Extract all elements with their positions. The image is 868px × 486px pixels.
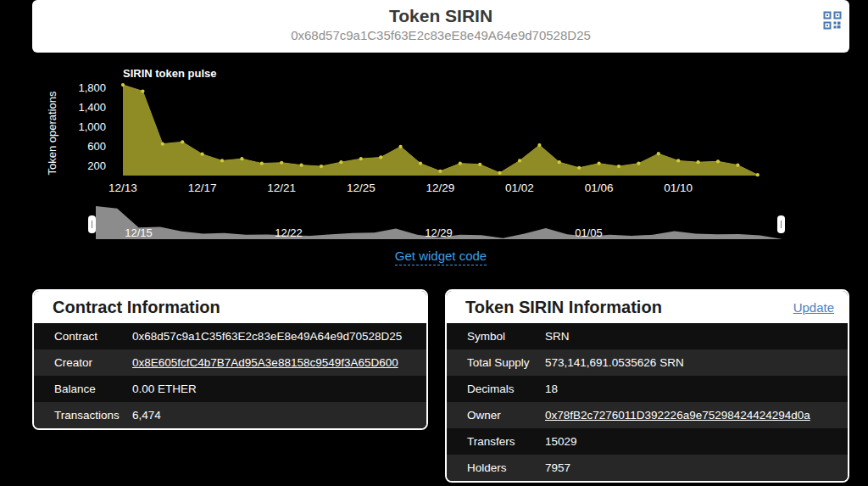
y-tick-label: 1,000 (78, 120, 106, 133)
data-point-marker (141, 89, 144, 92)
data-point-marker (498, 171, 502, 175)
token-page: Token SIRIN 0x68d57c9a1C35f63E2c83eE8e49… (0, 0, 868, 486)
row-label: Holders (467, 461, 545, 474)
navigator-right-handle[interactable] (777, 215, 785, 233)
contract-panel-header: Contract Information (34, 291, 426, 323)
data-point-marker (399, 145, 403, 148)
data-point-marker (478, 163, 481, 166)
row-value-link[interactable]: 0x8E605fcfC4b7B7Ad95A3e88158c9549f3A65D6… (132, 356, 398, 369)
table-row: Decimals18 (447, 376, 848, 402)
data-point-marker (240, 157, 243, 160)
table-row: Contract0x68d57c9a1C35f63E2c83eE8e49A64e… (34, 323, 426, 349)
data-point-marker (379, 155, 382, 159)
data-point-marker (419, 162, 422, 165)
x-tick-label: 01/06 (585, 182, 614, 194)
table-row: Balance0.00 ETHER (34, 376, 426, 402)
data-point-marker (637, 162, 640, 165)
token-information-panel: Token SIRIN Information Update SymbolSRN… (445, 289, 849, 483)
y-tick-label: 1,400 (78, 101, 106, 114)
x-tick-label: 01/02 (505, 182, 534, 194)
row-value-link[interactable]: 0x78fB2c7276011D392226a9e75298424424294d… (545, 409, 810, 422)
row-value: 0x68d57c9a1C35f63E2c83eE8e49A64e9d70528D… (132, 330, 402, 343)
data-point-marker (260, 162, 264, 165)
data-point-marker (697, 160, 700, 164)
data-point-marker (736, 164, 739, 167)
row-label: Decimals (467, 383, 545, 395)
y-tick-label: 200 (87, 159, 106, 172)
area-series[interactable] (123, 85, 758, 176)
navigator-tick-label: 12/15 (125, 226, 153, 239)
data-point-marker (459, 162, 462, 165)
data-point-marker (359, 157, 363, 160)
chart-title: SIRIN token pulse (123, 67, 217, 80)
row-value: 573,141,691.0535626 SRN (545, 356, 684, 369)
row-value: SRN (545, 330, 570, 343)
qr-code-icon[interactable] (823, 11, 842, 30)
contract-panel-rows: Contract0x68d57c9a1C35f63E2c83eE8e49A64e… (34, 323, 426, 428)
get-widget-code-link[interactable]: Get widget code (395, 249, 487, 265)
data-point-marker (280, 161, 283, 165)
x-tick-label: 12/13 (108, 182, 137, 194)
data-point-marker (438, 170, 442, 173)
y-tick-label: 600 (87, 140, 106, 153)
table-row: Total Supply573,141,691.0535626 SRN (447, 349, 848, 376)
table-row: Owner0x78fB2c7276011D392226a9e7529842442… (447, 402, 848, 428)
contract-address: 0x68d57c9a1C35f63E2c83eE8e49A64e9d70528D… (32, 28, 849, 42)
data-point-marker (121, 83, 125, 87)
x-tick-label: 12/21 (267, 182, 296, 194)
table-row: Creator0x8E605fcfC4b7B7Ad95A3e88158c9549… (34, 349, 426, 376)
row-label: Symbol (467, 330, 545, 343)
chart-navigator[interactable]: 12/1512/2212/2901/05 (42, 206, 788, 244)
token-panel-title: Token SIRIN Information (465, 298, 662, 317)
x-tick-label: 12/25 (347, 182, 376, 194)
navigator-tick-label: 12/22 (275, 226, 303, 239)
row-value: 18 (545, 383, 558, 395)
data-point-marker (716, 159, 720, 163)
row-label: Total Supply (467, 356, 545, 369)
table-row: Holders7957 (447, 455, 848, 481)
row-label: Creator (54, 356, 132, 369)
x-tick-label: 01/10 (664, 182, 693, 194)
data-point-marker (676, 159, 680, 162)
page-title: Token SIRIN (32, 6, 849, 26)
token-panel-header: Token SIRIN Information Update (447, 291, 848, 323)
token-panel-rows: SymbolSRNTotal Supply573,141,691.0535626… (447, 323, 848, 481)
data-point-marker (617, 165, 620, 168)
contract-panel-title: Contract Information (53, 298, 220, 317)
data-point-marker (518, 159, 521, 162)
data-point-marker (537, 143, 541, 147)
data-point-marker (181, 140, 184, 143)
update-link[interactable]: Update (793, 300, 834, 315)
contract-information-panel: Contract Information Contract0x68d57c9a1… (32, 289, 428, 430)
data-point-marker (756, 173, 760, 176)
x-tick-label: 12/17 (188, 182, 217, 194)
data-point-marker (320, 165, 323, 168)
y-axis-title: Token operations (46, 91, 58, 176)
row-label: Contract (54, 330, 132, 343)
navigator-left-handle[interactable] (88, 215, 96, 233)
table-row: Transfers15029 (447, 428, 848, 455)
row-value: 7957 (545, 461, 570, 474)
table-row: Transactions6,474 (34, 402, 426, 428)
data-point-marker (201, 153, 204, 156)
data-point-marker (220, 159, 224, 162)
widget-link-row: Get widget code (32, 249, 849, 265)
row-value: 15029 (545, 435, 577, 448)
header-card: Token SIRIN 0x68d57c9a1C35f63E2c83eE8e49… (32, 0, 849, 53)
x-tick-label: 12/29 (426, 182, 455, 194)
row-value: 0.00 ETHER (132, 383, 197, 395)
y-tick-label: 1,800 (78, 81, 106, 94)
navigator-tick-label: 12/29 (425, 226, 453, 239)
token-pulse-chart[interactable]: SIRIN token pulseToken operations1,8001,… (42, 64, 788, 201)
data-point-marker (657, 152, 660, 155)
data-point-marker (339, 160, 342, 164)
navigator-tick-label: 01/05 (575, 226, 603, 239)
data-point-marker (598, 162, 601, 165)
row-label: Transactions (54, 409, 132, 422)
data-point-marker (577, 166, 581, 170)
table-row: SymbolSRN (447, 323, 848, 349)
row-label: Owner (467, 409, 545, 422)
row-label: Balance (54, 383, 132, 395)
data-point-marker (300, 164, 303, 167)
data-point-marker (558, 160, 561, 164)
